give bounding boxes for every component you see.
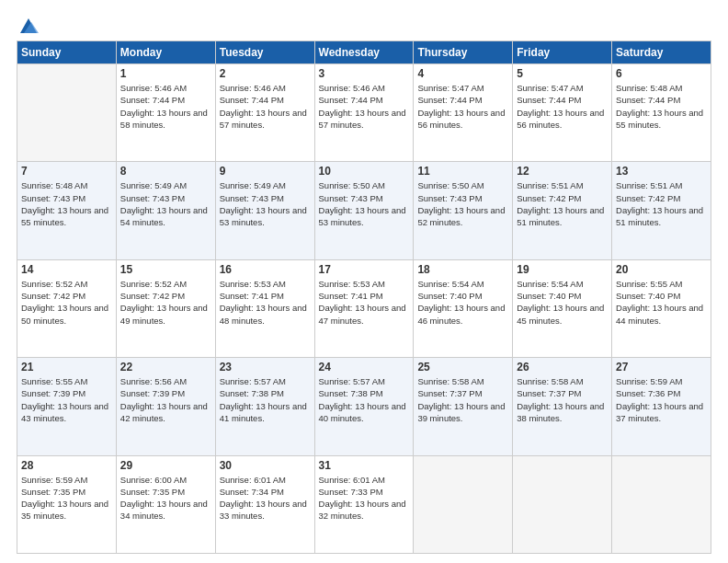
calendar-cell: 10Sunrise: 5:50 AMSunset: 7:43 PMDayligh… [314,162,414,259]
day-number: 4 [417,67,508,80]
calendar-cell: 11Sunrise: 5:50 AMSunset: 7:43 PMDayligh… [414,162,513,259]
day-info: Sunrise: 5:53 AMSunset: 7:41 PMDaylight:… [220,278,311,327]
calendar-cell: 1Sunrise: 5:46 AMSunset: 7:44 PMDaylight… [116,64,215,162]
day-info: Sunrise: 5:54 AMSunset: 7:40 PMDaylight:… [417,278,508,327]
page: SundayMondayTuesdayWednesdayThursdayFrid… [0,0,728,563]
calendar-cell: 16Sunrise: 5:53 AMSunset: 7:41 PMDayligh… [215,259,314,357]
calendar-cell: 21Sunrise: 5:55 AMSunset: 7:39 PMDayligh… [17,358,117,455]
logo-icon [18,17,39,37]
calendar-cell: 30Sunrise: 6:01 AMSunset: 7:34 PMDayligh… [215,455,314,553]
day-number: 6 [616,67,707,80]
day-info: Sunrise: 5:46 AMSunset: 7:44 PMDaylight:… [120,82,211,131]
calendar-week-1: 1Sunrise: 5:46 AMSunset: 7:44 PMDaylight… [17,64,711,162]
day-info: Sunrise: 5:50 AMSunset: 7:43 PMDaylight:… [319,179,410,228]
calendar-cell: 25Sunrise: 5:58 AMSunset: 7:37 PMDayligh… [414,358,513,455]
day-info: Sunrise: 5:50 AMSunset: 7:43 PMDaylight:… [417,179,508,228]
day-info: Sunrise: 5:56 AMSunset: 7:39 PMDaylight:… [120,375,211,424]
day-info: Sunrise: 5:51 AMSunset: 7:42 PMDaylight:… [616,179,707,228]
day-number: 11 [417,165,508,178]
calendar-cell [414,455,513,553]
day-info: Sunrise: 5:55 AMSunset: 7:40 PMDaylight:… [616,278,707,327]
weekday-thursday: Thursday [414,41,513,64]
day-number: 15 [120,263,211,276]
day-info: Sunrise: 5:47 AMSunset: 7:44 PMDaylight:… [417,82,508,131]
day-number: 8 [120,165,211,178]
day-number: 10 [319,165,410,178]
day-number: 12 [517,165,608,178]
day-number: 23 [220,361,311,373]
day-info: Sunrise: 6:01 AMSunset: 7:33 PMDaylight:… [319,474,410,523]
calendar-cell: 23Sunrise: 5:57 AMSunset: 7:38 PMDayligh… [215,358,314,455]
weekday-monday: Monday [116,41,215,64]
day-info: Sunrise: 5:57 AMSunset: 7:38 PMDaylight:… [319,375,410,424]
day-number: 20 [616,263,707,276]
weekday-tuesday: Tuesday [215,41,314,64]
weekday-saturday: Saturday [612,41,711,64]
day-info: Sunrise: 5:59 AMSunset: 7:35 PMDaylight:… [21,474,112,523]
weekday-wednesday: Wednesday [314,41,414,64]
calendar-cell [612,455,711,553]
day-number: 1 [120,67,211,80]
calendar-cell: 18Sunrise: 5:54 AMSunset: 7:40 PMDayligh… [414,259,513,357]
day-info: Sunrise: 5:55 AMSunset: 7:39 PMDaylight:… [21,375,112,424]
day-info: Sunrise: 5:48 AMSunset: 7:44 PMDaylight:… [616,82,707,131]
calendar-cell: 7Sunrise: 5:48 AMSunset: 7:43 PMDaylight… [17,162,117,259]
calendar-cell: 29Sunrise: 6:00 AMSunset: 7:35 PMDayligh… [116,455,215,553]
day-number: 22 [120,361,211,373]
day-info: Sunrise: 5:52 AMSunset: 7:42 PMDaylight:… [120,278,211,327]
header [17,17,711,33]
day-number: 2 [220,67,311,80]
calendar-cell: 3Sunrise: 5:46 AMSunset: 7:44 PMDaylight… [314,64,414,162]
day-info: Sunrise: 5:46 AMSunset: 7:44 PMDaylight:… [319,82,410,131]
day-info: Sunrise: 5:58 AMSunset: 7:37 PMDaylight:… [417,375,508,424]
day-info: Sunrise: 5:57 AMSunset: 7:38 PMDaylight:… [220,375,311,424]
day-info: Sunrise: 5:46 AMSunset: 7:44 PMDaylight:… [220,82,311,131]
calendar-cell: 24Sunrise: 5:57 AMSunset: 7:38 PMDayligh… [314,358,414,455]
day-number: 14 [21,263,112,276]
weekday-header-row: SundayMondayTuesdayWednesdayThursdayFrid… [17,41,711,64]
day-number: 3 [319,67,410,80]
calendar-cell: 8Sunrise: 5:49 AMSunset: 7:43 PMDaylight… [116,162,215,259]
day-number: 7 [21,165,112,178]
day-number: 24 [319,361,410,373]
day-info: Sunrise: 5:49 AMSunset: 7:43 PMDaylight:… [120,179,211,228]
calendar-table: SundayMondayTuesdayWednesdayThursdayFrid… [17,40,711,554]
calendar-cell: 15Sunrise: 5:52 AMSunset: 7:42 PMDayligh… [116,259,215,357]
calendar-cell: 2Sunrise: 5:46 AMSunset: 7:44 PMDaylight… [215,64,314,162]
day-number: 21 [21,361,112,373]
calendar-week-3: 14Sunrise: 5:52 AMSunset: 7:42 PMDayligh… [17,259,711,357]
calendar-week-2: 7Sunrise: 5:48 AMSunset: 7:43 PMDaylight… [17,162,711,259]
day-info: Sunrise: 5:47 AMSunset: 7:44 PMDaylight:… [517,82,608,131]
weekday-friday: Friday [513,41,612,64]
calendar-cell: 12Sunrise: 5:51 AMSunset: 7:42 PMDayligh… [513,162,612,259]
day-info: Sunrise: 5:53 AMSunset: 7:41 PMDaylight:… [319,278,410,327]
calendar-cell: 14Sunrise: 5:52 AMSunset: 7:42 PMDayligh… [17,259,117,357]
day-number: 25 [417,361,508,373]
calendar-cell: 5Sunrise: 5:47 AMSunset: 7:44 PMDaylight… [513,64,612,162]
calendar-cell [17,64,117,162]
calendar-cell: 17Sunrise: 5:53 AMSunset: 7:41 PMDayligh… [314,259,414,357]
day-number: 30 [220,459,311,472]
calendar-cell: 22Sunrise: 5:56 AMSunset: 7:39 PMDayligh… [116,358,215,455]
weekday-sunday: Sunday [17,41,117,64]
calendar-cell: 4Sunrise: 5:47 AMSunset: 7:44 PMDaylight… [414,64,513,162]
day-number: 13 [616,165,707,178]
logo [17,17,39,33]
calendar-cell: 20Sunrise: 5:55 AMSunset: 7:40 PMDayligh… [612,259,711,357]
calendar-week-4: 21Sunrise: 5:55 AMSunset: 7:39 PMDayligh… [17,358,711,455]
calendar-cell: 19Sunrise: 5:54 AMSunset: 7:40 PMDayligh… [513,259,612,357]
day-info: Sunrise: 5:48 AMSunset: 7:43 PMDaylight:… [21,179,112,228]
calendar-cell: 27Sunrise: 5:59 AMSunset: 7:36 PMDayligh… [612,358,711,455]
day-number: 31 [319,459,410,472]
day-number: 16 [220,263,311,276]
day-info: Sunrise: 5:51 AMSunset: 7:42 PMDaylight:… [517,179,608,228]
calendar-cell: 9Sunrise: 5:49 AMSunset: 7:43 PMDaylight… [215,162,314,259]
day-info: Sunrise: 5:52 AMSunset: 7:42 PMDaylight:… [21,278,112,327]
day-info: Sunrise: 5:49 AMSunset: 7:43 PMDaylight:… [220,179,311,228]
calendar-cell: 6Sunrise: 5:48 AMSunset: 7:44 PMDaylight… [612,64,711,162]
calendar-cell [513,455,612,553]
day-number: 9 [220,165,311,178]
day-info: Sunrise: 6:00 AMSunset: 7:35 PMDaylight:… [120,474,211,523]
day-number: 29 [120,459,211,472]
calendar-cell: 28Sunrise: 5:59 AMSunset: 7:35 PMDayligh… [17,455,117,553]
